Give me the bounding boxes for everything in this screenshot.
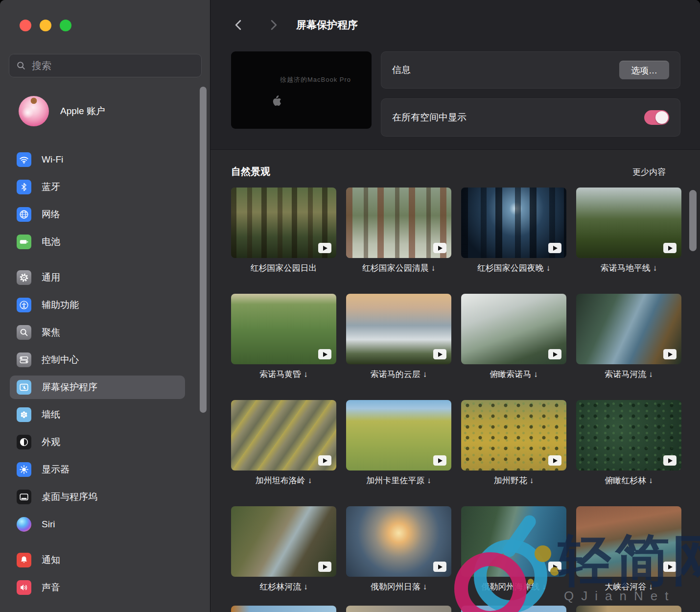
show-in-all-spaces-toggle[interactable] [644, 110, 669, 125]
screensaver-tile[interactable]: 加州坦布洛岭↓ [231, 400, 336, 485]
screensaver-tile[interactable]: 加州野花↓ [461, 400, 566, 485]
screensaver-tile[interactable]: 俄勒冈州海岸线↓ [461, 506, 566, 591]
screensaver-label: 红杉林河流↓ [231, 581, 336, 591]
search-icon [16, 60, 26, 71]
apple-account-item[interactable]: Apple 账户 [19, 96, 105, 126]
screensaver-thumbnail[interactable] [231, 400, 336, 471]
sidebar-item-desktop-dock[interactable]: 桌面与程序坞 [10, 485, 185, 509]
screensaver-thumbnail[interactable] [461, 506, 566, 577]
play-icon[interactable] [548, 349, 561, 359]
close-button[interactable] [20, 20, 31, 31]
main-scrollbar[interactable] [689, 190, 697, 251]
sidebar-item-label: 屏幕保护程序 [42, 381, 97, 394]
screensaver-tile[interactable]: 索诺马地平线↓ [576, 188, 681, 272]
sidebar-item-notifications[interactable]: 通知 [10, 548, 185, 572]
screensaver-thumbnail-partial[interactable] [461, 606, 566, 612]
screensaver-thumbnail[interactable] [231, 294, 336, 364]
sidebar-item-appearance[interactable]: 外观 [10, 430, 185, 454]
play-icon[interactable] [318, 455, 331, 466]
screensaver-thumbnail[interactable] [346, 294, 451, 364]
play-icon[interactable] [433, 349, 446, 359]
screensaver-tile[interactable]: 索诺马的云层↓ [346, 294, 451, 378]
show-less-link[interactable]: 更少内容 [632, 166, 666, 178]
screensaver-tile[interactable]: 红杉国家公园夜晚↓ [461, 188, 566, 272]
screensaver-thumbnail[interactable] [576, 294, 681, 364]
screensaver-label: 加州野花↓ [461, 475, 566, 485]
screensaver-thumbnail[interactable] [576, 506, 681, 577]
play-icon[interactable] [548, 455, 561, 466]
screensaver-thumbnail-partial[interactable] [346, 606, 451, 612]
sidebar-item-accessibility[interactable]: 辅助功能 [10, 293, 185, 317]
screensaver-thumbnail[interactable] [346, 506, 451, 577]
screensaver-thumbnail[interactable] [231, 506, 336, 577]
play-icon[interactable] [663, 455, 677, 466]
screensaver-grid: 红杉国家公园日出红杉国家公园清晨↓红杉国家公园夜晚↓索诺马地平线↓索诺马黄昏↓索… [231, 188, 681, 591]
sidebar-scrollbar[interactable] [200, 87, 207, 413]
settings-window: 搜索 Apple 账户 Wi-Fi蓝牙网络电池通用辅助功能聚焦控制中心屏幕保护程… [0, 0, 700, 612]
screensaver-thumbnail[interactable] [576, 188, 681, 258]
sidebar-item-label: 显示器 [42, 463, 70, 476]
sidebar-item-screensaver[interactable]: 屏幕保护程序 [10, 376, 185, 399]
screensaver-icon [17, 380, 31, 395]
screensaver-thumbnail-partial[interactable] [231, 606, 336, 612]
screensaver-label: 索诺马黄昏↓ [231, 369, 336, 378]
search-input[interactable]: 搜索 [9, 54, 202, 77]
play-icon[interactable] [663, 243, 677, 253]
screensaver-tile[interactable]: 大峡谷河谷↓ [576, 506, 681, 591]
sidebar-item-displays[interactable]: 显示器 [10, 458, 185, 481]
sidebar-item-general[interactable]: 通用 [10, 266, 185, 289]
sidebar-item-siri[interactable]: Siri [10, 513, 185, 536]
screensaver-thumbnail[interactable] [461, 188, 566, 258]
screensaver-tile[interactable]: 红杉国家公园日出 [231, 188, 336, 272]
sidebar-item-sound[interactable]: 声音 [10, 576, 185, 599]
screensaver-thumbnail[interactable] [346, 400, 451, 471]
sidebar-item-wifi[interactable]: Wi-Fi [10, 148, 185, 171]
sidebar-item-spotlight[interactable]: 聚焦 [10, 321, 185, 344]
screensaver-tile[interactable]: 加州卡里佐平原↓ [346, 400, 451, 485]
zoom-button[interactable] [60, 20, 71, 31]
screensaver-label: 加州坦布洛岭↓ [231, 475, 336, 485]
sidebar-item-wallpaper[interactable]: 墙纸 [10, 403, 185, 426]
play-icon[interactable] [433, 455, 446, 466]
back-button[interactable] [232, 17, 247, 33]
screensaver-tile[interactable]: 索诺马河流↓ [576, 294, 681, 378]
play-icon[interactable] [433, 562, 446, 572]
download-icon: ↓ [303, 370, 308, 379]
play-icon[interactable] [663, 349, 677, 359]
screensaver-tile[interactable]: 红杉国家公园清晨↓ [346, 188, 451, 272]
screensaver-tile[interactable]: 俯瞰索诺马↓ [461, 294, 566, 378]
screensaver-tile[interactable]: 俯瞰红杉林↓ [576, 400, 681, 485]
options-button[interactable]: 选项… [619, 61, 669, 79]
screensaver-preview: 徐越济的MacBook Pro [231, 51, 372, 129]
screensaver-thumbnail[interactable] [346, 188, 451, 258]
screensaver-label: 索诺马地平线↓ [576, 262, 681, 272]
sidebar-item-bluetooth[interactable]: 蓝牙 [10, 175, 185, 199]
screensaver-tile[interactable]: 俄勒冈州日落↓ [346, 506, 451, 591]
download-icon: ↓ [303, 582, 308, 591]
screensaver-tile[interactable]: 索诺马黄昏↓ [231, 294, 336, 378]
network-icon [17, 207, 31, 222]
screensaver-label: 俄勒冈州海岸线↓ [461, 581, 566, 591]
screensaver-thumbnail[interactable] [231, 188, 336, 258]
sidebar-item-control-center[interactable]: 控制中心 [10, 348, 185, 372]
screensaver-thumbnail-partial[interactable] [576, 606, 681, 612]
play-icon[interactable] [318, 562, 331, 572]
screensaver-label: 俯瞰红杉林↓ [576, 475, 681, 485]
play-icon[interactable] [318, 243, 331, 253]
screensaver-thumbnail[interactable] [461, 400, 566, 471]
play-icon[interactable] [548, 243, 561, 253]
screensaver-tile[interactable]: 红杉林河流↓ [231, 506, 336, 591]
play-icon[interactable] [318, 349, 331, 359]
show-in-all-spaces-label: 在所有空间中显示 [392, 111, 467, 124]
play-icon[interactable] [663, 562, 677, 572]
download-icon: ↓ [534, 370, 538, 379]
play-icon[interactable] [433, 243, 446, 253]
screensaver-thumbnail[interactable] [576, 400, 681, 471]
sidebar-item-network[interactable]: 网络 [10, 203, 185, 226]
forward-button[interactable] [266, 17, 281, 33]
download-icon: ↓ [542, 582, 546, 591]
screensaver-thumbnail[interactable] [461, 294, 566, 364]
play-icon[interactable] [548, 562, 561, 572]
minimize-button[interactable] [40, 20, 51, 31]
sidebar-item-battery[interactable]: 电池 [10, 230, 185, 254]
